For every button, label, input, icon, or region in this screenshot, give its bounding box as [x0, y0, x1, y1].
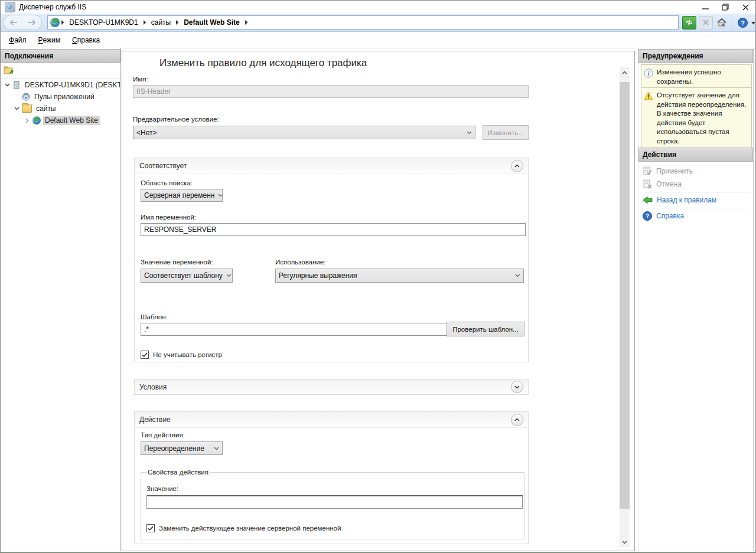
breadcrumb-separator-icon[interactable] — [142, 20, 148, 25]
scrollbar-down-button[interactable] — [620, 537, 630, 547]
help-icon: ? — [738, 18, 748, 28]
address-box[interactable]: DESKTOP-U1MK9D1 сайты Default Web Site — [47, 15, 679, 30]
home-icon — [717, 18, 726, 27]
using-select[interactable]: Регулярные выражения — [275, 269, 524, 283]
check-icon — [142, 352, 148, 358]
chevron-down-icon — [226, 274, 232, 277]
tree-item-app-pools[interactable]: Пулы приложений — [22, 91, 120, 103]
back-arrow-icon — [643, 196, 653, 204]
close-button[interactable] — [735, 1, 755, 14]
collapse-button[interactable] — [511, 414, 523, 426]
precondition-select[interactable]: <Нет> — [133, 126, 475, 139]
help-link[interactable]: ? Справка — [643, 210, 684, 222]
pattern-input[interactable] — [141, 323, 448, 336]
refresh-icon — [686, 19, 693, 26]
ignore-case-label: Не учитывать регистр — [153, 351, 222, 358]
tree-item-server[interactable]: DESKTOP-U1MK9D1 (DESKTOI — [4, 79, 120, 91]
refresh-button[interactable] — [682, 16, 696, 30]
collapse-button[interactable] — [511, 160, 523, 172]
scrollbar[interactable] — [620, 67, 630, 547]
action-properties-legend: Свойства действия — [146, 469, 210, 476]
menu-item-file[interactable]: Файл — [3, 32, 32, 48]
cancel-label: Отмена — [656, 180, 682, 188]
match-section-header[interactable]: Соответствует — [135, 158, 528, 174]
variable-value-select[interactable]: Соответствует шаблону — [141, 269, 233, 283]
svg-text:?: ? — [741, 19, 745, 26]
action-type-select[interactable]: Переопределение — [141, 441, 223, 455]
app-icon — [5, 2, 15, 12]
action-section: Действие Тип действия: Переопределение С… — [134, 411, 529, 544]
conditions-section: Условия — [134, 379, 529, 395]
tree-item-default-web-site[interactable]: Default Web Site — [24, 114, 120, 126]
alert-text: Отсутствует значение для действия переоп… — [657, 91, 749, 146]
conditions-section-header[interactable]: Условия — [135, 379, 528, 394]
actions-divider — [641, 192, 751, 192]
help-button[interactable]: ? — [736, 17, 749, 29]
apply-label: Применить — [656, 167, 693, 175]
back-to-rules-link[interactable]: Назад к правилам — [643, 194, 716, 206]
restore-button[interactable] — [715, 1, 735, 14]
svg-text:!: ! — [647, 94, 649, 100]
action-value-label: Значение: — [146, 485, 178, 492]
toolbar-divider — [18, 66, 18, 76]
chevron-down-icon — [218, 194, 223, 197]
feature-page: Изменить правило для исходящего трафика … — [122, 51, 635, 551]
server-icon — [12, 81, 21, 89]
breadcrumb-item-site[interactable]: Default Web Site — [180, 18, 243, 27]
help-label: Справка — [656, 212, 684, 220]
scrollbar-thumb[interactable] — [620, 82, 630, 509]
match-section-title: Соответствует — [139, 162, 187, 170]
using-label: Использование: — [275, 258, 325, 266]
variable-name-label: Имя переменной: — [141, 214, 196, 221]
check-icon — [148, 526, 154, 531]
scope-label: Область поиска: — [141, 179, 193, 186]
tree-item-label: Пулы приложений — [32, 92, 96, 102]
back-nav-icon[interactable] — [9, 19, 18, 25]
create-connection-icon[interactable] — [4, 66, 14, 75]
close-icon — [742, 4, 749, 11]
chevron-collapsed-icon[interactable] — [24, 118, 30, 123]
name-label: Имя: — [133, 76, 148, 83]
apply-action: Применить — [643, 165, 693, 177]
right-panel: Предупреждения i Изменения успешно сохра… — [638, 48, 754, 551]
ignore-case-checkbox[interactable] — [141, 351, 149, 359]
chevron-down-icon — [214, 447, 219, 450]
test-pattern-button[interactable]: Проверить шаблон... — [447, 322, 524, 336]
forward-nav-icon[interactable] — [28, 19, 36, 25]
action-section-title: Действие — [139, 415, 171, 424]
scrollbar-up-button[interactable] — [620, 67, 630, 77]
alerts-header: Предупреждения — [638, 49, 753, 63]
help-dropdown-icon[interactable] — [751, 18, 755, 27]
actions-divider — [641, 208, 751, 208]
tree-item-label: сайты — [34, 104, 58, 113]
minimize-button[interactable] — [695, 1, 715, 14]
restore-icon — [722, 4, 729, 11]
home-button[interactable] — [715, 17, 728, 29]
menu-bar: Файл Режим Справка — [1, 32, 755, 48]
breadcrumb-separator-icon[interactable] — [243, 20, 249, 25]
tree-item-label: DESKTOP-U1MK9D1 (DESKTOI — [23, 80, 120, 90]
precondition-label: Предварительное условие: — [133, 116, 219, 123]
breadcrumb-separator-icon[interactable] — [174, 20, 180, 25]
action-value-input[interactable] — [146, 495, 523, 509]
ignore-case-row: Не учитывать регистр — [141, 351, 222, 359]
expand-button[interactable] — [511, 381, 523, 393]
menu-item-view[interactable]: Режим — [32, 32, 67, 48]
menu-item-help[interactable]: Справка — [66, 32, 106, 48]
stop-button — [699, 16, 713, 30]
action-section-header[interactable]: Действие — [135, 412, 528, 428]
stop-icon — [703, 19, 709, 25]
nav-buttons — [4, 15, 42, 30]
app-pools-icon — [22, 93, 30, 101]
breadcrumb-separator-icon[interactable] — [60, 20, 66, 25]
chevron-expanded-icon[interactable] — [4, 83, 10, 87]
replace-checkbox[interactable] — [146, 524, 155, 532]
action-properties-group: Свойства действия Значение: Заменить дей… — [141, 469, 524, 539]
scope-select[interactable]: Серверная переменн — [141, 189, 223, 202]
sites-folder-icon — [22, 104, 32, 113]
tree-item-sites[interactable]: сайты — [14, 103, 120, 114]
chevron-expanded-icon[interactable] — [14, 107, 19, 110]
breadcrumb-item-server[interactable]: DESKTOP-U1MK9D1 — [66, 18, 141, 27]
variable-name-input[interactable] — [141, 223, 526, 236]
breadcrumb-item-sites[interactable]: сайты — [148, 18, 175, 27]
